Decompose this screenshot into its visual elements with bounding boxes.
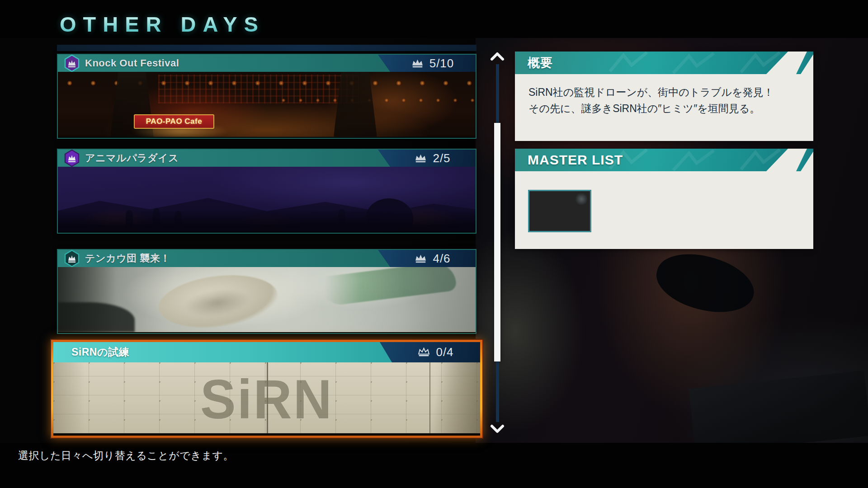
event-rank-hexagon-icon [64,250,80,267]
progress-badge: 4/6 [378,250,476,267]
event-title: Knock Out Festival [85,57,179,69]
dragon-shape [319,267,457,307]
rock-silhouette [58,302,135,332]
progress-badge: 5/10 [378,55,476,72]
event-title: テンカウ団 襲来！ [85,252,170,265]
event-card-header: SiRNの試練 0/4 [53,342,480,362]
progress-count: 4/6 [433,252,450,266]
scrollbar-thumb[interactable] [494,123,500,361]
panel-header-wedge [796,52,813,74]
event-title: アニマルパラダイス [85,151,179,165]
event-card-header: Knock Out Festival 5/10 [58,55,476,72]
scroll-up-button[interactable] [490,52,505,61]
event-rank-hexagon-icon [64,150,80,167]
scrolled-card-edge [57,45,476,51]
ground-shadow [58,210,476,232]
lightning-pattern [605,52,795,74]
master-list-panel-header: MASTER LIST [515,149,813,171]
event-card-animal-paradise[interactable]: アニマルパラダイス 2/5 [57,149,476,234]
page-title: OTHER DAYS [60,12,265,37]
event-thumbnail-festival: PAO-PAO Cafe [58,72,476,137]
footer-hint-text: 選択した日々へ切り替えることができます。 [18,449,234,463]
overview-panel-title: 概要 [528,52,553,74]
crown-icon [415,254,427,263]
progress-badge: 0/4 [380,342,480,362]
progress-count: 5/10 [429,56,454,70]
progress-count: 2/5 [433,151,450,165]
overview-line-2: その先に、謎多きSiRN社の″ヒミツ″を垣間見る。 [528,100,800,117]
progress-count: 0/4 [436,345,453,359]
event-title: SiRNの試練 [71,345,129,359]
overview-panel: 概要 SiRN社の監視ドローンが、街中のトラブルを発見！ その先に、謎多きSiR… [515,52,813,141]
overview-panel-header: 概要 [515,52,813,74]
overview-line-1: SiRN社の監視ドローンが、街中のトラブルを発見！ [528,84,800,100]
other-days-screen: OTHER DAYS Knock Out Festival 5/10 [0,0,868,488]
sirn-wall-logo: SiRN [53,362,480,433]
master-list-panel-title: MASTER LIST [528,149,623,171]
crown-icon [411,59,424,68]
overview-description: SiRN社の監視ドローンが、街中のトラブルを発見！ その先に、謎多きSiRN社の… [528,84,800,117]
event-card-header: アニマルパラダイス 2/5 [58,150,476,167]
progress-badge: 2/5 [378,150,476,167]
balcony-lattice [158,75,359,103]
crown-outline-icon [418,347,430,357]
event-card-inner: SiRNの試練 0/4 SiRN [53,342,480,436]
lightning-pattern [605,149,795,171]
event-card-sirn-trial-selected[interactable]: SiRNの試練 0/4 SiRN [51,340,482,438]
event-thumbnail-animal [58,167,476,232]
event-card-knock-out-festival[interactable]: Knock Out Festival 5/10 PAO-PAO Cafe [57,54,476,139]
event-thumbnail-sirn-wall: SiRN [53,362,480,433]
crown-icon [415,154,427,163]
event-thumbnail-tenkau [58,267,476,332]
event-card-header: テンカウ団 襲来！ 4/6 [58,250,476,267]
cafe-sign: PAO-PAO Cafe [134,114,214,129]
event-card-tenkau-raid[interactable]: テンカウ団 襲来！ 4/6 [57,249,476,334]
master-list-thumbnail[interactable] [528,190,591,232]
scroll-down-button[interactable] [490,424,505,434]
panel-header-wedge [796,149,813,171]
event-rank-hexagon-icon [64,55,80,72]
master-list-panel: MASTER LIST [515,149,813,249]
